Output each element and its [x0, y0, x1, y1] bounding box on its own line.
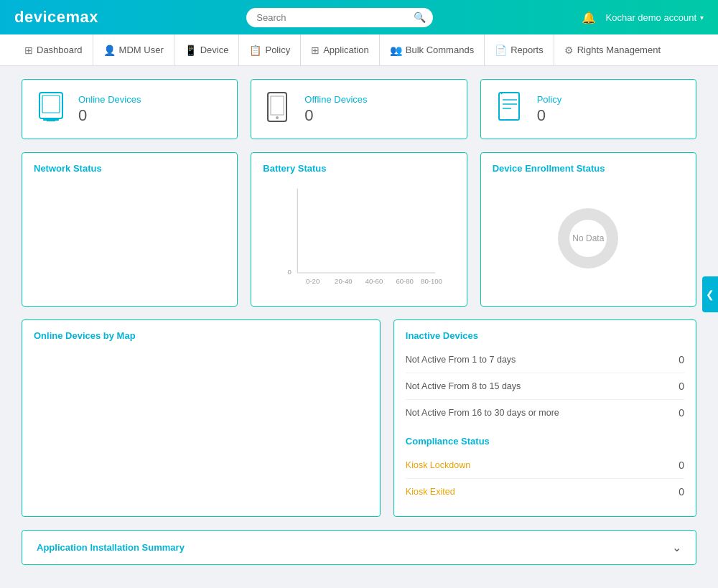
app-summary-label: Application Installation Summary: [37, 542, 185, 553]
sidebar-item-reports[interactable]: 📄 Reports: [485, 34, 554, 65]
svg-text:40-60: 40-60: [365, 277, 383, 285]
application-icon: ⊞: [311, 45, 320, 56]
side-tab[interactable]: ❮: [702, 276, 718, 312]
svg-text:0-20: 0-20: [306, 277, 320, 285]
svg-text:80-100: 80-100: [421, 277, 442, 285]
list-item: Kiosk Exited 0: [406, 479, 684, 505]
offline-devices-content: Offline Devices 0: [304, 94, 367, 125]
network-status-title: Network Status: [34, 163, 225, 174]
svg-rect-7: [499, 93, 519, 120]
list-item: Not Active From 1 to 7 days 0: [406, 347, 684, 373]
nav-label-mdm-user: MDM User: [119, 45, 164, 55]
app-installation-summary-bar[interactable]: Application Installation Summary ⌄: [22, 530, 696, 565]
device-icon: 📱: [185, 45, 197, 56]
sidebar-item-mdm-user[interactable]: 👤 MDM User: [93, 34, 174, 65]
inactive-label-2: Not Active From 8 to 15 days: [406, 381, 521, 391]
nav-label-policy: Policy: [265, 45, 290, 55]
svg-point-6: [276, 116, 279, 119]
policy-value: 0: [537, 106, 562, 125]
donut-no-data-label: No Data: [572, 233, 604, 243]
nav-label-bulk: Bulk Commands: [406, 45, 474, 55]
policy-icon: 📋: [249, 45, 261, 56]
map-title: Online Devices by Map: [34, 330, 368, 341]
nav-label-reports: Reports: [510, 45, 544, 55]
side-tab-icon: ❮: [706, 289, 714, 300]
list-item: Not Active From 16 to 30 days or more 0: [406, 400, 684, 426]
inactive-devices-title: Inactive Devices: [406, 330, 684, 341]
enrollment-status-panel: Device Enrollment Status No Data: [480, 152, 696, 307]
sidebar-item-device[interactable]: 📱 Device: [174, 34, 240, 65]
svg-rect-0: [39, 93, 62, 118]
compliance-title: Compliance Status: [406, 436, 684, 447]
online-devices-value: 0: [78, 106, 141, 125]
bottom-row: Online Devices by Map Inactive Devices N…: [22, 319, 696, 517]
policy-card: Policy 0: [480, 79, 696, 139]
chevron-down-icon: ⌄: [672, 541, 681, 554]
network-status-panel: Network Status: [22, 152, 238, 307]
online-devices-card: Online Devices 0: [22, 79, 238, 139]
rights-icon: ⚙: [564, 45, 574, 56]
nav-label-rights: Rights Management: [577, 45, 661, 55]
compliance-label-2: Kiosk Exited: [406, 487, 455, 497]
svg-rect-5: [271, 96, 284, 115]
offline-device-icon: [266, 91, 292, 127]
policy-content: Policy 0: [537, 94, 562, 125]
online-devices-label: Online Devices: [78, 94, 141, 105]
search-container: 🔍: [246, 8, 433, 27]
middle-row: Network Status Battery Status 0 0-20 20-…: [22, 152, 696, 307]
reports-icon: 📄: [495, 45, 507, 56]
nav-label-device: Device: [200, 45, 229, 55]
compliance-value-1: 0: [679, 459, 684, 471]
bulk-icon: 👥: [390, 45, 402, 56]
user-icon: 👤: [103, 45, 116, 56]
compliance-label-1: Kiosk Lockdown: [406, 460, 470, 470]
sidebar-item-dashboard[interactable]: ⊞ Dashboard: [14, 34, 93, 65]
compliance-value-2: 0: [679, 486, 684, 498]
sidebar-item-policy[interactable]: 📋 Policy: [239, 34, 301, 65]
battery-status-panel: Battery Status 0 0-20 20-40 40-60 60-80 …: [251, 152, 467, 307]
donut-container: No Data: [549, 199, 628, 278]
nav-bar: ⊞ Dashboard 👤 MDM User 📱 Device 📋 Policy…: [0, 34, 718, 66]
battery-status-title: Battery Status: [263, 163, 454, 174]
bell-icon[interactable]: 🔔: [582, 11, 596, 24]
offline-devices-label: Offline Devices: [304, 94, 367, 105]
inactive-label-3: Not Active From 16 to 30 days or more: [406, 408, 559, 418]
sidebar-item-application[interactable]: ⊞ Application: [301, 34, 380, 65]
inactive-value-3: 0: [679, 407, 684, 419]
map-panel: Online Devices by Map: [22, 319, 381, 517]
inactive-rows: Not Active From 1 to 7 days 0 Not Active…: [406, 347, 684, 426]
nav-label-application: Application: [323, 45, 369, 55]
battery-chart: 0 0-20 20-40 40-60 60-80 80-100: [263, 181, 454, 296]
dashboard-icon: ⊞: [24, 45, 33, 56]
list-item: Not Active From 8 to 15 days 0: [406, 373, 684, 400]
account-arrow: ▾: [700, 14, 704, 22]
enrollment-status-title: Device Enrollment Status: [493, 163, 684, 174]
online-devices-content: Online Devices 0: [78, 94, 141, 125]
svg-rect-3: [42, 95, 60, 113]
list-item: Kiosk Lockdown 0: [406, 452, 684, 479]
stats-row: Online Devices 0 Offline Devices 0: [22, 79, 696, 139]
main-content: Online Devices 0 Offline Devices 0: [0, 66, 718, 588]
header-right: 🔔 Kochar demo account ▾: [582, 11, 704, 24]
inactive-label-1: Not Active From 1 to 7 days: [406, 355, 516, 365]
svg-text:20-40: 20-40: [335, 277, 353, 285]
compliance-section: Compliance Status Kiosk Lockdown 0 Kiosk…: [406, 436, 684, 505]
sidebar-item-bulk-commands[interactable]: 👥 Bulk Commands: [380, 34, 485, 65]
header: devicemax 🔍 🔔 Kochar demo account ▾: [0, 0, 718, 34]
inactive-devices-panel: Inactive Devices Not Active From 1 to 7 …: [393, 319, 696, 517]
donut-chart: No Data: [493, 181, 684, 296]
svg-text:0: 0: [288, 268, 292, 276]
sidebar-item-rights[interactable]: ⚙ Rights Management: [554, 34, 671, 65]
search-input[interactable]: [246, 8, 433, 27]
svg-text:60-80: 60-80: [396, 277, 414, 285]
nav-label-dashboard: Dashboard: [37, 45, 83, 55]
account-label: Kochar demo account: [606, 12, 696, 23]
inactive-value-1: 0: [679, 354, 684, 365]
offline-devices-value: 0: [304, 106, 367, 125]
logo: devicemax: [14, 8, 98, 27]
online-device-icon: [37, 91, 65, 127]
policy-stat-icon: [495, 91, 524, 127]
account-button[interactable]: Kochar demo account ▾: [606, 12, 704, 23]
search-icon: 🔍: [414, 11, 426, 23]
inactive-value-2: 0: [679, 381, 684, 392]
